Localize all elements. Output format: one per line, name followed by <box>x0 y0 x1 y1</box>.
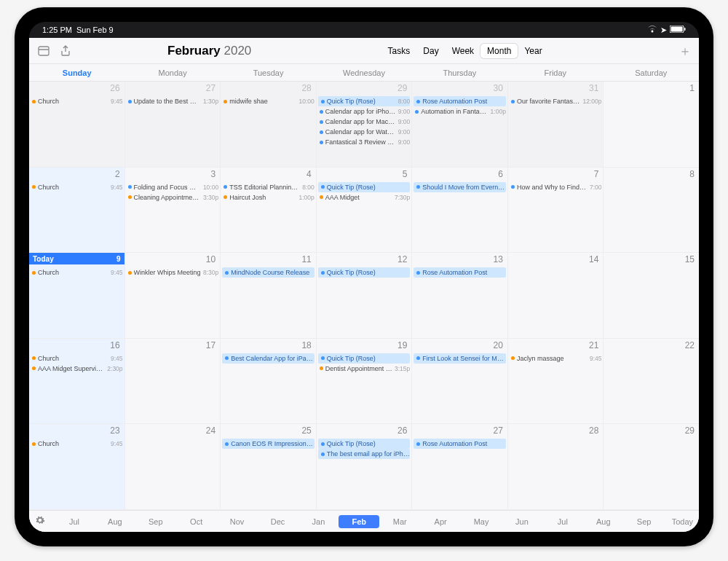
calendar-event[interactable]: AAA Midget7:30p <box>318 192 411 203</box>
day-cell[interactable]: 31Our favorite Fantastical 312:00p <box>508 82 604 168</box>
calendar-event[interactable]: MindNode Course Release <box>222 267 314 278</box>
calendar-event[interactable]: AAA Midget Supervision?2:30p <box>31 364 123 374</box>
scrubber-month[interactable]: Jan <box>298 515 339 528</box>
scrubber-month[interactable]: Sep <box>624 515 665 528</box>
scrubber-month[interactable]: Aug <box>583 515 624 528</box>
scrubber-month[interactable]: Jun <box>502 515 542 528</box>
day-cell[interactable]: 15 <box>604 253 699 339</box>
view-segmented-control[interactable]: Tasks Day Week Month Year <box>381 44 549 58</box>
day-cell[interactable]: 24 <box>125 424 221 510</box>
scrubber-month[interactable]: Oct <box>176 515 217 528</box>
day-cell[interactable]: 29Quick Tip (Rose)8:00Calendar app for i… <box>317 82 413 168</box>
scrubber-month[interactable]: May <box>461 515 502 528</box>
calendar-event[interactable]: Church9:45 <box>31 267 123 278</box>
view-month[interactable]: Month <box>480 44 518 58</box>
day-cell[interactable]: 10Winkler Whips Meeting8:30p <box>125 253 221 339</box>
scrubber-month[interactable]: Feb <box>339 515 379 528</box>
day-cell[interactable]: 23Church9:45 <box>29 424 125 510</box>
calendar-event[interactable]: Automation in Fantastical 31:00p <box>414 106 506 117</box>
calendar-event[interactable]: Quick Tip (Rose) <box>318 182 411 192</box>
calendar-event[interactable]: The best email app for iPhone (Mi <box>318 449 411 459</box>
calendar-event[interactable]: Calendar app for Watch Upd9:00 <box>318 127 411 137</box>
share-icon[interactable] <box>58 44 73 58</box>
calendar-grid[interactable]: 26Church9:4527Update to the Best Mind M1… <box>29 82 699 510</box>
day-cell[interactable]: 18Best Calendar App for iPad (Josh) <box>221 339 317 425</box>
day-cell[interactable]: Today9Church9:45 <box>29 253 125 339</box>
calendar-event[interactable]: Rose Automation Post <box>414 96 506 106</box>
day-cell[interactable]: 20First Look at Sensei for Mac (Mari <box>412 339 508 425</box>
day-cell[interactable]: 13Rose Automation Post <box>412 253 508 339</box>
calendar-event[interactable]: Quick Tip (Rose) <box>318 439 411 449</box>
scrubber-month[interactable]: Jul <box>54 515 95 528</box>
day-cell[interactable]: 2Church9:45 <box>29 168 125 254</box>
day-cell[interactable]: 28midwife shae10:00 <box>221 82 317 168</box>
day-cell[interactable]: 19Quick Tip (Rose)Dentist Appointment Jo… <box>317 339 413 425</box>
calendar-event[interactable]: Folding and Focus Mode (10:00 <box>127 182 219 192</box>
day-cell[interactable]: 29 <box>604 424 699 510</box>
day-cell[interactable]: 8 <box>604 168 699 254</box>
day-cell[interactable]: 6Should I Move from Evernote to N <box>412 168 508 254</box>
calendar-event[interactable]: Quick Tip (Rose) <box>318 267 411 278</box>
day-cell[interactable]: 1 <box>604 82 699 168</box>
scrubber-month[interactable]: Sep <box>135 515 176 528</box>
calendar-event[interactable]: TSS Editorial Planning Call8:00 <box>222 182 314 192</box>
view-tasks[interactable]: Tasks <box>381 44 417 58</box>
day-cell[interactable]: 28 <box>508 424 604 510</box>
calendar-event[interactable]: Cleaning Appointment (Jos3:30p <box>127 192 219 203</box>
day-cell[interactable]: 14 <box>508 253 604 339</box>
calendar-event[interactable]: How and Why to Find the Ti7:00 <box>510 182 602 192</box>
calendar-event[interactable]: Dentist Appointment Josh3:15p <box>318 364 411 374</box>
day-cell[interactable]: 26Church9:45 <box>29 82 125 168</box>
calendar-event[interactable]: Rose Automation Post <box>414 267 506 278</box>
calendar-event[interactable]: Quick Tip (Rose) <box>318 353 411 364</box>
scrubber-month[interactable]: Aug <box>95 515 135 528</box>
calendar-event[interactable]: Calendar app for iPhone Up9:00 <box>318 106 411 117</box>
calendar-event[interactable]: Church9:45 <box>31 182 123 192</box>
day-cell[interactable]: 25Canon EOS R Impressions (Josh) <box>221 424 317 510</box>
scrubber-month[interactable]: Jul <box>542 515 583 528</box>
day-cell[interactable]: 7How and Why to Find the Ti7:00 <box>508 168 604 254</box>
scrubber-month[interactable]: Nov <box>217 515 258 528</box>
day-cell[interactable]: 21Jaclyn massage9:45 <box>508 339 604 425</box>
scrubber-month[interactable]: Dec <box>258 515 298 528</box>
calendar-event[interactable]: Fantastical 3 Review (Rose)9:00 <box>318 137 411 147</box>
day-cell[interactable]: 27Rose Automation Post <box>412 424 508 510</box>
day-cell[interactable]: 26Quick Tip (Rose)The best email app for… <box>317 424 413 510</box>
calendar-event[interactable]: First Look at Sensei for Mac (Mari <box>414 353 506 364</box>
calendar-event[interactable]: Church9:45 <box>31 96 123 106</box>
calendar-event[interactable]: Church9:45 <box>31 439 123 449</box>
add-event-button[interactable]: ＋ <box>678 42 692 60</box>
calendar-event[interactable]: Jaclyn massage9:45 <box>510 353 602 364</box>
month-scrubber[interactable]: JulAugSepOctNovDecJanFebMarAprMayJunJulA… <box>29 510 699 532</box>
day-cell[interactable]: 5Quick Tip (Rose)AAA Midget7:30p <box>317 168 413 254</box>
scrubber-month[interactable]: Apr <box>420 515 461 528</box>
calendar-event[interactable]: Best Calendar App for iPad (Josh) <box>222 353 314 364</box>
calendar-event[interactable]: Church9:45 <box>31 353 123 364</box>
day-cell[interactable]: 17 <box>125 339 221 425</box>
day-cell[interactable]: 30Rose Automation PostAutomation in Fant… <box>412 82 508 168</box>
calendar-event[interactable]: Rose Automation Post <box>414 439 506 449</box>
gear-icon[interactable] <box>35 515 45 527</box>
calendar-event[interactable]: Canon EOS R Impressions (Josh) <box>222 439 314 449</box>
view-day[interactable]: Day <box>416 44 445 58</box>
calendar-event[interactable]: Update to the Best Mind M1:30p <box>127 96 219 106</box>
calendar-event[interactable]: Quick Tip (Rose)8:00 <box>318 96 411 106</box>
calendar-icon[interactable] <box>36 44 51 58</box>
day-cell[interactable]: 16Church9:45AAA Midget Supervision?2:30p <box>29 339 125 425</box>
day-cell[interactable]: 22 <box>604 339 699 425</box>
day-cell[interactable]: 4TSS Editorial Planning Call8:00Haircut … <box>221 168 317 254</box>
day-cell[interactable]: 12Quick Tip (Rose) <box>317 253 413 339</box>
calendar-event[interactable]: Winkler Whips Meeting8:30p <box>127 267 219 278</box>
calendar-event[interactable]: Our favorite Fantastical 312:00p <box>510 96 602 106</box>
view-year[interactable]: Year <box>518 44 548 58</box>
month-list[interactable]: JulAugSepOctNovDecJanFebMarAprMayJunJulA… <box>54 515 665 528</box>
calendar-event[interactable]: Calendar app for Mac updat9:00 <box>318 117 411 127</box>
scrubber-month[interactable]: Mar <box>379 515 420 528</box>
day-cell[interactable]: 3Folding and Focus Mode (10:00Cleaning A… <box>125 168 221 254</box>
calendar-event[interactable]: Should I Move from Evernote to N <box>414 182 506 192</box>
day-cell[interactable]: 27Update to the Best Mind M1:30p <box>125 82 221 168</box>
view-week[interactable]: Week <box>446 44 480 58</box>
day-cell[interactable]: 11MindNode Course Release <box>221 253 317 339</box>
calendar-event[interactable]: midwife shae10:00 <box>222 96 314 106</box>
calendar-event[interactable]: Haircut Josh1:00p <box>222 192 314 203</box>
